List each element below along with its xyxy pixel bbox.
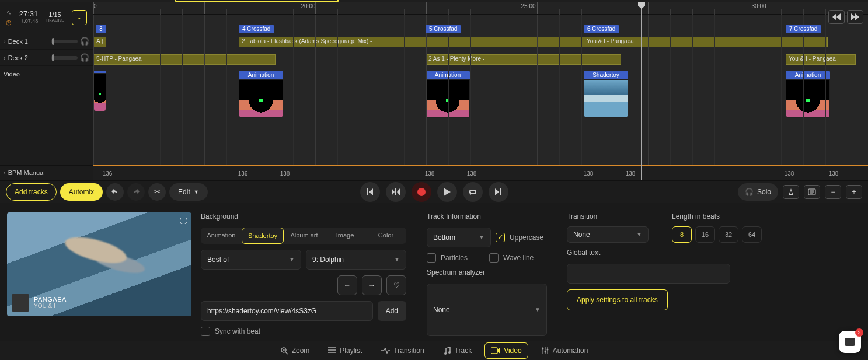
loop-button[interactable] [463, 182, 483, 202]
svg-point-5 [542, 348, 543, 349]
chevron-down-icon: ▼ [535, 306, 541, 313]
crossfade-marker[interactable]: 4 Crossfad [239, 25, 274, 33]
add-button[interactable]: + [846, 185, 862, 199]
track-icon [443, 347, 451, 355]
deck-2-volume[interactable] [51, 56, 78, 60]
audio-clip[interactable]: 2 As 1 - Plenty More - [426, 54, 621, 65]
shader-category-select[interactable]: Best of▼ [201, 250, 301, 270]
ruler-label: 20:00 [301, 3, 315, 9]
video-clip[interactable]: Animation [786, 71, 830, 118]
preview-title: YOU & I [34, 303, 67, 309]
video-clip[interactable]: Shadertoy [584, 71, 628, 118]
fast-forward-button[interactable] [847, 10, 863, 24]
footer-tab-playlist[interactable]: Playlist [322, 343, 368, 358]
prev-preset-button[interactable]: ← [337, 275, 357, 295]
chevron-right-icon[interactable]: › [4, 169, 6, 176]
next-preset-button[interactable]: → [362, 275, 382, 295]
video-clip[interactable]: Animation [239, 71, 283, 118]
automation-icon [541, 347, 549, 355]
video-clip[interactable]: Animation [426, 71, 470, 118]
background-tabs: AnimationShadertoyAlbum artImageColor [201, 228, 406, 244]
collapse-button[interactable]: - [72, 10, 87, 25]
spectrum-heading: Spectrum analyzer [427, 268, 547, 277]
shader-preset-select[interactable]: 9: Dolphin▼ [306, 250, 406, 270]
skip-end-button[interactable] [489, 182, 508, 202]
deck-1-header[interactable]: › Deck 1 🎧 [0, 33, 93, 50]
headphone-icon[interactable]: 🎧 [80, 37, 89, 46]
expand-icon[interactable]: ⛶ [180, 217, 187, 225]
uppercase-checkbox[interactable]: Uppercase [496, 233, 543, 242]
footer-tab-track[interactable]: Track [437, 343, 478, 358]
notes-button[interactable] [804, 185, 820, 199]
clock-icon: ◷ [6, 19, 12, 26]
background-tab-album-art[interactable]: Album art [284, 228, 325, 244]
crossfade-marker[interactable]: 5 Crossfad [426, 25, 461, 33]
solo-button[interactable]: 🎧 Solo [738, 183, 778, 201]
bpm-value: 138 [829, 170, 839, 177]
svg-point-3 [448, 351, 451, 354]
add-tracks-button[interactable]: Add tracks [6, 183, 57, 201]
minimize-button[interactable]: − [825, 185, 841, 199]
beat-option-64[interactable]: 64 [742, 226, 762, 243]
beat-option-16[interactable]: 16 [695, 226, 715, 243]
undo-button[interactable] [106, 183, 124, 201]
particles-checkbox[interactable]: Particles [427, 253, 484, 263]
chevron-down-icon: ▼ [479, 234, 484, 240]
sync-with-beat-checkbox[interactable]: Sync with beat [201, 327, 406, 336]
tracks-canvas[interactable]: 0020:0025:0030:00 A (2 Fabiola - Flashba… [93, 2, 868, 180]
apply-settings-button[interactable]: Apply settings to all tracks [567, 289, 668, 310]
background-tab-animation[interactable]: Animation [201, 228, 242, 244]
track-info-heading: Track Information [427, 212, 547, 221]
time-ruler[interactable]: 0020:0025:0030:00 [93, 2, 868, 15]
crossfade-marker[interactable]: 3 [96, 25, 106, 33]
bpm-header[interactable]: › BPM Manual [0, 165, 93, 180]
waveline-checkbox[interactable]: Wave line [489, 253, 547, 263]
crossfade-marker[interactable]: 6 Crossfad [584, 25, 619, 33]
audio-clip[interactable]: You & I - Pangaea [584, 37, 828, 47]
add-shader-button[interactable]: Add [378, 301, 406, 321]
audio-clip[interactable]: A ( [93, 37, 106, 47]
global-text-input[interactable] [567, 264, 730, 284]
shader-url-input[interactable]: https://shadertoy.com/view/4sS3zG [201, 301, 373, 321]
background-tab-shadertoy[interactable]: Shadertoy [242, 228, 284, 244]
favorite-button[interactable]: ♡ [386, 275, 406, 295]
ruler-label: 25:00 [521, 3, 535, 9]
rewind-button[interactable] [828, 10, 845, 24]
deck-2-header[interactable]: › Deck 2 🎧 [0, 50, 93, 66]
beat-option-8[interactable]: 8 [672, 226, 692, 243]
redo-button[interactable] [127, 183, 145, 201]
play-button[interactable] [437, 182, 457, 202]
skip-to-playhead-button[interactable] [386, 182, 406, 202]
video-clip[interactable] [93, 71, 106, 111]
record-button[interactable] [412, 182, 431, 202]
video-preview[interactable]: ⛶ PANGAEA YOU & I [7, 212, 191, 316]
beat-option-32[interactable]: 32 [719, 226, 738, 243]
spectrum-select[interactable]: None▼ [427, 284, 547, 336]
background-tab-image[interactable]: Image [325, 228, 365, 244]
track-info-position-select[interactable]: Bottom▼ [427, 228, 491, 247]
background-tab-color[interactable]: Color [365, 228, 406, 244]
headphone-icon[interactable]: 🎧 [80, 53, 89, 62]
skip-start-button[interactable] [360, 182, 380, 202]
footer-tab-zoom[interactable]: Zoom [274, 343, 316, 358]
deck-1-volume[interactable] [51, 40, 78, 43]
audio-clip[interactable]: You & I - Pangaea [786, 54, 856, 65]
automix-button[interactable]: Automix [60, 183, 103, 201]
project-time: 27:31 t:07:48 [19, 11, 39, 25]
transition-select[interactable]: None▼ [567, 226, 649, 243]
chat-widget[interactable]: 2 [839, 331, 861, 353]
playhead[interactable] [641, 2, 642, 180]
bpm-value: 138 [584, 170, 594, 177]
footer-tab-transition[interactable]: Transition [375, 343, 430, 358]
chevron-right-icon[interactable]: › [4, 38, 6, 45]
cut-button[interactable]: ✂ [148, 183, 166, 201]
metronome-button[interactable] [783, 185, 799, 199]
global-text-heading: Global text [567, 249, 861, 257]
edit-menu[interactable]: Edit ▼ [169, 183, 208, 201]
footer-tab-automation[interactable]: Automation [535, 343, 594, 358]
chevron-right-icon[interactable]: › [4, 54, 6, 61]
bpm-value: 138 [425, 170, 435, 177]
crossfade-marker[interactable]: 7 Crossfad [786, 25, 821, 33]
bpm-value: 138 [785, 170, 794, 177]
footer-tab-video[interactable]: Video [484, 342, 528, 359]
